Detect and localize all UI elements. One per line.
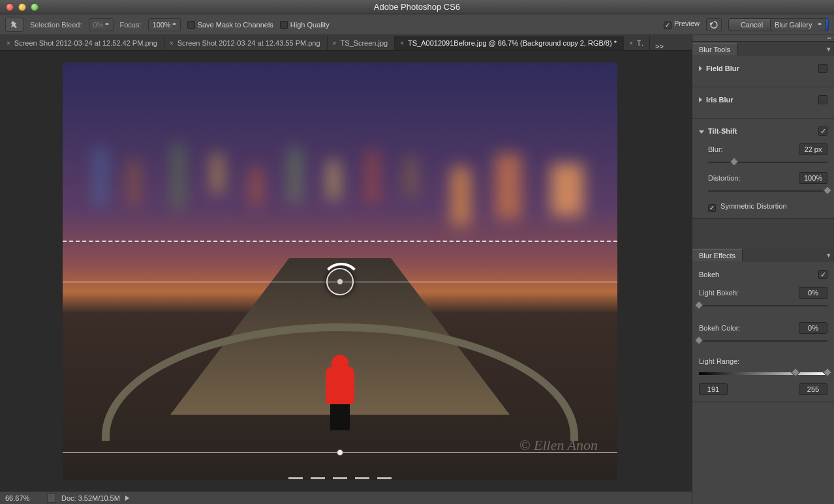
tab-overflow-button[interactable]: >> [653,42,666,50]
close-window-button[interactable] [6,3,14,11]
reset-button[interactable] [706,18,722,31]
range-thumb-low[interactable] [791,368,800,377]
high-quality-checkbox[interactable] [280,21,288,29]
field-blur-toggle[interactable] [818,64,827,73]
blur-slider[interactable] [708,158,827,167]
distortion-value-input[interactable]: 100% [799,172,827,184]
selection-bleed-label: Selection Bleed: [30,21,82,29]
preview-label: Preview [674,20,700,27]
symmetric-distortion-label: Symmetric Distortion [720,202,786,210]
image-watermark: © Ellen Anon [519,437,598,454]
blur-value-input[interactable]: 22 px [799,143,827,155]
reset-icon [709,20,718,29]
panel-collapse-strip[interactable]: •• [692,35,834,42]
field-blur-section: Field Blur [692,56,834,87]
cancel-button[interactable]: Cancel [728,18,775,31]
tiltshift-pin[interactable] [326,268,354,295]
document-tab[interactable]: ×TS_Screen.jpg [328,36,395,50]
light-bokeh-slider[interactable] [699,301,827,310]
minimize-window-button[interactable] [18,3,26,11]
bokeh-toggle[interactable] [818,270,827,279]
bokeh-color-label: Bokeh Color: [699,324,741,332]
high-quality-label: High Quality [290,21,330,29]
canvas-area: © Ellen Anon [0,51,692,491]
tiltshift-rotate-handle[interactable] [337,449,343,456]
pin-tool-button[interactable] [5,18,23,32]
window-controls [0,3,39,11]
iris-blur-label: Iris Blur [706,96,734,104]
distortion-slider[interactable] [708,186,827,196]
preview-option[interactable]: Preview [664,20,700,29]
slider-thumb[interactable] [694,301,703,310]
tilt-shift-section: Tilt-Shift Blur: 22 px Distortion: 100% [692,119,834,218]
light-range-high-input[interactable]: 255 [799,383,827,395]
close-icon[interactable]: × [400,40,404,47]
light-bokeh-label: Light Bokeh: [699,289,739,297]
zoom-window-button[interactable] [31,3,39,11]
document-tab[interactable]: ×TS_ [624,36,650,50]
document-tab[interactable]: ×Screen Shot 2012-03-24 at 12.52.42 PM.p… [1,36,164,50]
tilt-shift-toggle[interactable] [818,126,827,136]
slider-thumb[interactable] [694,336,703,345]
doc-info-menu-icon[interactable] [125,496,129,501]
iris-blur-section: Iris Blur [692,87,834,119]
tiltshift-outer-line-bottom[interactable] [288,477,392,479]
light-range-low-input[interactable]: 191 [699,383,728,395]
symmetric-distortion-checkbox[interactable] [708,204,716,212]
close-icon[interactable]: × [333,40,337,47]
focus-value: 100% [153,21,171,29]
light-range-label: Light Range: [699,357,739,365]
field-blur-label: Field Blur [706,65,739,72]
save-mask-option[interactable]: Save Mask to Channels [187,21,273,29]
distortion-label: Distortion: [708,174,741,182]
save-mask-label: Save Mask to Channels [198,21,273,29]
bokeh-label: Bokeh [699,271,818,278]
selection-bleed-dropdown: 0% [89,18,114,31]
slider-thumb[interactable] [730,157,739,166]
panel-menu-button[interactable]: ▾ [824,248,834,262]
light-range-slider[interactable] [699,368,827,379]
high-quality-option[interactable]: High Quality [280,21,330,29]
document-tab[interactable]: ×Screen Shot 2012-03-24 at 12.43.55 PM.p… [164,36,328,50]
disclosure-triangle-icon[interactable] [699,66,702,71]
light-bokeh-value-input[interactable]: 0% [799,287,827,299]
panel-tabs: Blur Effects ▾ [692,248,834,262]
bokeh-color-value-input[interactable]: 0% [799,322,827,334]
doc-size[interactable]: Doc: 3.52M/10.5M [61,494,120,502]
pin-icon [9,20,20,30]
preview-checkbox[interactable] [664,22,672,29]
close-icon[interactable]: × [7,40,10,47]
disclosure-triangle-icon[interactable] [699,97,702,102]
document-canvas[interactable]: © Ellen Anon [63,63,617,480]
close-icon[interactable]: × [170,40,174,47]
document-tab-active[interactable]: ×TS_A0012091Before.jpg @ 66.7% (Backgrou… [395,36,624,50]
status-info-button[interactable] [47,494,56,503]
save-mask-checkbox[interactable] [187,21,195,29]
slider-thumb[interactable] [823,186,832,195]
zoom-level[interactable]: 66.67% [5,494,42,502]
panel-tabs: Blur Tools ▾ [692,42,834,56]
symmetric-distortion-option[interactable]: Symmetric Distortion [708,202,787,210]
bokeh-color-slider[interactable] [699,336,827,346]
titlebar: Adobe Photoshop CS6 [0,0,834,14]
workspace-dropdown[interactable]: Blur Gallery [770,18,826,31]
range-thumb-high[interactable] [823,368,832,377]
disclosure-triangle-open-icon[interactable] [699,130,704,134]
blur-effects-panel: Blur Effects ▾ Bokeh Light Bokeh: 0% [692,248,834,402]
bokeh-section: Bokeh Light Bokeh: 0% Bokeh Color: 0% [692,262,834,402]
panel-tab-blur-tools[interactable]: Blur Tools [692,43,737,55]
blur-label: Blur: [708,145,723,153]
focus-dropdown[interactable]: 100% [148,18,181,31]
workspace-label: Blur Gallery [775,21,812,29]
blur-tools-panel: Blur Tools ▾ Field Blur Iris Blur Tilt-S… [692,42,834,219]
iris-blur-toggle[interactable] [818,95,827,104]
status-bar: 66.67% Doc: 3.52M/10.5M [0,491,692,504]
close-icon[interactable]: × [629,40,633,47]
tiltshift-outer-line-top[interactable] [63,241,617,242]
panel-menu-button[interactable]: ▾ [824,42,834,56]
panel-tab-blur-effects[interactable]: Blur Effects [692,249,743,261]
tiltshift-pin-center [337,278,343,285]
image-content: © Ellen Anon [63,63,617,480]
tilt-shift-label: Tilt-Shift [708,127,737,135]
right-panel-column: •• Blur Tools ▾ Field Blur Iris Blur Til… [692,35,834,504]
